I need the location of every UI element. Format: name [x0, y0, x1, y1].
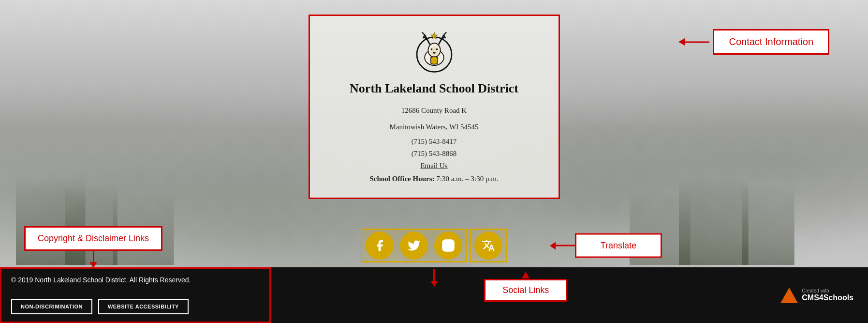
- translate-arrow: [550, 242, 576, 249]
- footer-left: © 2019 North Lakeland School District. A…: [0, 267, 271, 323]
- social-links-annotation: Social Links: [484, 279, 567, 302]
- copyright-annotation-label: Copyright & Disclaimer Links: [38, 233, 149, 243]
- cms-triangle-icon: [780, 288, 798, 303]
- school-logo: [412, 31, 456, 74]
- svg-line-12: [443, 32, 446, 35]
- svg-line-8: [422, 32, 424, 35]
- svg-point-17: [446, 243, 450, 247]
- contact-phone2: (715) 543-8868: [329, 150, 539, 158]
- cms-logo: Created with CMS4Schools: [780, 288, 853, 303]
- contact-hours: School Office Hours: 7:30 a.m. – 3:30 p.…: [329, 175, 539, 183]
- contact-info-label: Contact Information: [729, 36, 813, 47]
- contact-address-line1: 12686 County Road K: [329, 105, 539, 116]
- svg-point-3: [430, 47, 438, 56]
- footer-right: Created with CMS4Schools: [780, 267, 868, 323]
- social-icons-border: [361, 229, 467, 262]
- footer-buttons: NON-DISCRIMINATION WEBSITE ACCESSIBILITY: [11, 299, 260, 314]
- social-annotation-arrow-up: [522, 272, 530, 278]
- middle-section: Copyright & Disclaimer Links: [0, 224, 868, 267]
- contact-arrow: [685, 41, 709, 43]
- contact-address-line2: Manitowish Waters, WI 54545: [329, 121, 539, 133]
- page-wrapper: North Lakeland School District 12686 Cou…: [0, 0, 868, 323]
- svg-point-6: [433, 52, 435, 54]
- cms-name-label: CMS4Schools: [802, 293, 853, 302]
- nondiscrimination-button[interactable]: NON-DISCRIMINATION: [11, 299, 92, 314]
- svg-point-5: [436, 48, 438, 50]
- translate-annotation-label: Translate: [601, 241, 636, 251]
- translate-button[interactable]: [474, 231, 502, 260]
- school-name: North Lakeland School District: [329, 81, 539, 96]
- facebook-button[interactable]: [366, 231, 394, 260]
- contact-card: North Lakeland School District 12686 Cou…: [309, 15, 560, 199]
- contact-info-annotation: Contact Information: [713, 29, 829, 55]
- contact-phone1: (715) 543-8417: [329, 138, 539, 146]
- svg-marker-15: [430, 32, 437, 39]
- translate-annotation: Translate: [575, 233, 662, 258]
- copyright-down-arrow: [89, 250, 97, 268]
- social-links-label: Social Links: [502, 285, 549, 295]
- contact-hours-value: 7:30 a.m. – 3:30 p.m.: [436, 175, 498, 183]
- twitter-button[interactable]: [400, 231, 428, 260]
- upper-section: North Lakeland School District 12686 Cou…: [0, 0, 868, 224]
- instagram-button[interactable]: [434, 231, 462, 260]
- translate-icon-border: [470, 229, 507, 262]
- contact-hours-label: School Office Hours:: [369, 175, 436, 183]
- copyright-annotation: Copyright & Disclaimer Links: [24, 226, 162, 251]
- cms-created-label: Created with: [802, 288, 853, 293]
- contact-email-link[interactable]: Email Us: [329, 162, 539, 170]
- cms-text: Created with CMS4Schools: [802, 288, 853, 302]
- copyright-text: © 2019 North Lakeland School District. A…: [11, 276, 260, 284]
- social-icons-group: Translate: [361, 229, 507, 262]
- social-up-arrow: [430, 269, 438, 287]
- accessibility-button[interactable]: WEBSITE ACCESSIBILITY: [98, 299, 189, 314]
- svg-point-4: [430, 48, 432, 50]
- footer-center: Social Links: [271, 267, 780, 323]
